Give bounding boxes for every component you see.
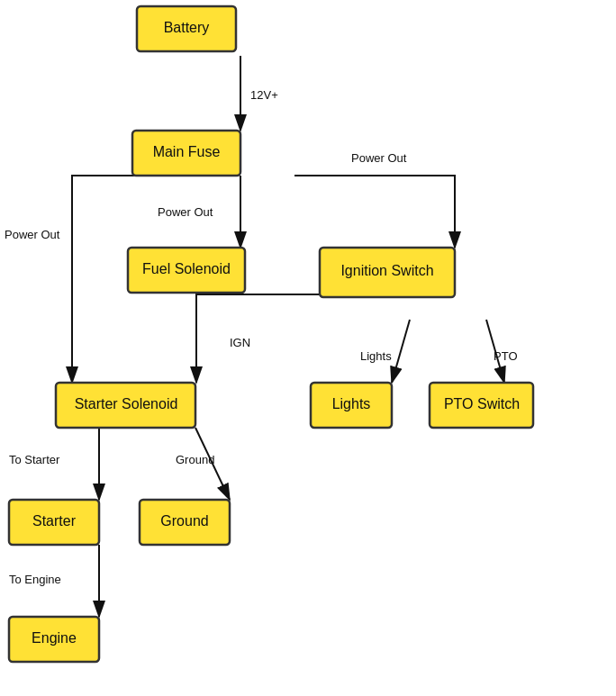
fuse-ignition-line xyxy=(294,176,455,248)
fuse-fuel-label: Power Out xyxy=(158,205,213,219)
solenoid-starter-label: To Starter xyxy=(9,453,60,466)
ignition-starter-line xyxy=(196,294,387,383)
battery-fuse-label: 12V+ xyxy=(250,88,278,102)
ignition-starter-label: IGN xyxy=(230,336,250,349)
ignition-lights-line xyxy=(392,320,410,383)
pto-switch-label: PTO Switch xyxy=(444,396,520,411)
fuse-ignition-label: Power Out xyxy=(351,151,407,165)
fuel-solenoid-label: Fuel Solenoid xyxy=(142,261,231,276)
solenoid-ground-label: Ground xyxy=(176,453,214,466)
battery-label: Battery xyxy=(164,20,210,35)
engine-label: Engine xyxy=(32,630,77,646)
ignition-switch-label: Ignition Switch xyxy=(340,263,433,278)
ignition-lights-label: Lights xyxy=(360,349,392,363)
ground-label: Ground xyxy=(160,513,208,529)
starter-engine-label: To Engine xyxy=(9,573,61,586)
main-fuse-label: Main Fuse xyxy=(153,144,221,159)
starter-solenoid-label: Starter Solenoid xyxy=(75,396,178,411)
ignition-pto-label: PTO xyxy=(494,349,518,363)
fuse-starter-label: Power Out xyxy=(5,228,60,241)
lights-label: Lights xyxy=(332,396,371,411)
starter-label: Starter xyxy=(32,513,77,529)
